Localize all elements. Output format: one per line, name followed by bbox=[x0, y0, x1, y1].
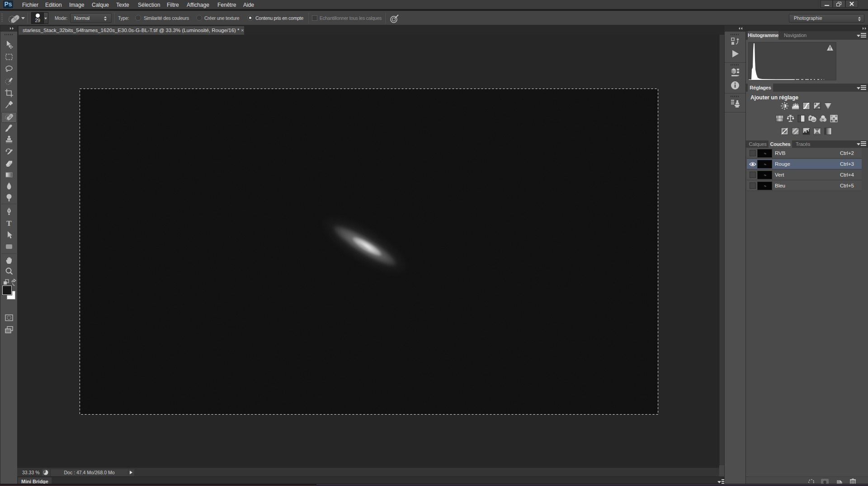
svg-text:T: T bbox=[6, 219, 12, 228]
